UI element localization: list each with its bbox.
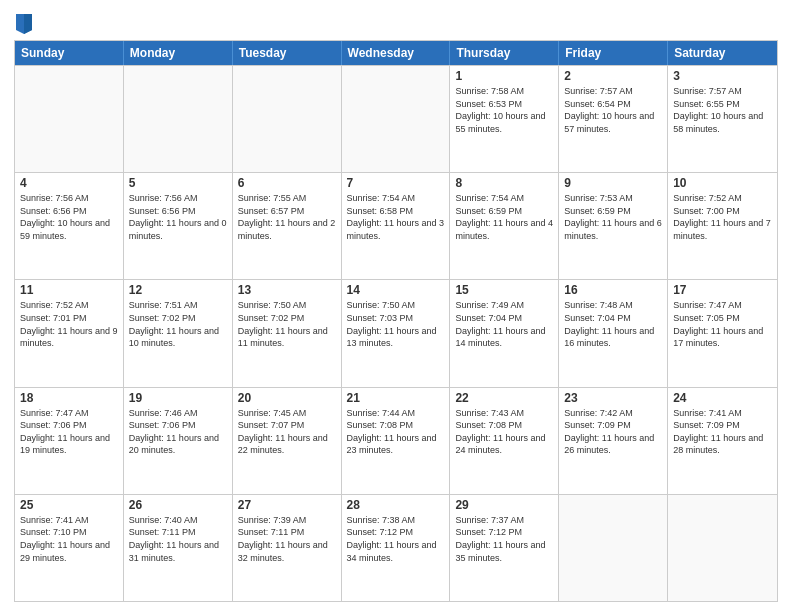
calendar-header-cell: Monday	[124, 41, 233, 65]
calendar-cell: 11Sunrise: 7:52 AM Sunset: 7:01 PM Dayli…	[15, 280, 124, 386]
calendar-cell: 13Sunrise: 7:50 AM Sunset: 7:02 PM Dayli…	[233, 280, 342, 386]
day-number: 9	[564, 176, 662, 190]
calendar-cell: 20Sunrise: 7:45 AM Sunset: 7:07 PM Dayli…	[233, 388, 342, 494]
day-info: Sunrise: 7:41 AM Sunset: 7:10 PM Dayligh…	[20, 514, 118, 564]
calendar-header-cell: Sunday	[15, 41, 124, 65]
day-number: 29	[455, 498, 553, 512]
page: SundayMondayTuesdayWednesdayThursdayFrid…	[0, 0, 792, 612]
day-number: 8	[455, 176, 553, 190]
day-number: 19	[129, 391, 227, 405]
calendar-cell: 3Sunrise: 7:57 AM Sunset: 6:55 PM Daylig…	[668, 66, 777, 172]
calendar-cell: 2Sunrise: 7:57 AM Sunset: 6:54 PM Daylig…	[559, 66, 668, 172]
day-number: 23	[564, 391, 662, 405]
day-info: Sunrise: 7:53 AM Sunset: 6:59 PM Dayligh…	[564, 192, 662, 242]
calendar-cell: 9Sunrise: 7:53 AM Sunset: 6:59 PM Daylig…	[559, 173, 668, 279]
day-number: 28	[347, 498, 445, 512]
calendar-row: 25Sunrise: 7:41 AM Sunset: 7:10 PM Dayli…	[15, 494, 777, 601]
day-number: 14	[347, 283, 445, 297]
calendar-cell	[124, 66, 233, 172]
calendar-row: 18Sunrise: 7:47 AM Sunset: 7:06 PM Dayli…	[15, 387, 777, 494]
calendar-cell: 23Sunrise: 7:42 AM Sunset: 7:09 PM Dayli…	[559, 388, 668, 494]
calendar-cell: 5Sunrise: 7:56 AM Sunset: 6:56 PM Daylig…	[124, 173, 233, 279]
calendar-cell: 6Sunrise: 7:55 AM Sunset: 6:57 PM Daylig…	[233, 173, 342, 279]
day-info: Sunrise: 7:56 AM Sunset: 6:56 PM Dayligh…	[20, 192, 118, 242]
calendar-cell	[668, 495, 777, 601]
day-number: 15	[455, 283, 553, 297]
day-info: Sunrise: 7:54 AM Sunset: 6:59 PM Dayligh…	[455, 192, 553, 242]
calendar-cell	[559, 495, 668, 601]
day-info: Sunrise: 7:47 AM Sunset: 7:06 PM Dayligh…	[20, 407, 118, 457]
day-number: 17	[673, 283, 772, 297]
day-number: 12	[129, 283, 227, 297]
calendar-cell: 17Sunrise: 7:47 AM Sunset: 7:05 PM Dayli…	[668, 280, 777, 386]
calendar-header-row: SundayMondayTuesdayWednesdayThursdayFrid…	[15, 41, 777, 65]
calendar-header-cell: Thursday	[450, 41, 559, 65]
calendar-cell: 16Sunrise: 7:48 AM Sunset: 7:04 PM Dayli…	[559, 280, 668, 386]
day-info: Sunrise: 7:57 AM Sunset: 6:55 PM Dayligh…	[673, 85, 772, 135]
calendar-cell	[15, 66, 124, 172]
day-number: 24	[673, 391, 772, 405]
day-number: 4	[20, 176, 118, 190]
calendar-cell: 19Sunrise: 7:46 AM Sunset: 7:06 PM Dayli…	[124, 388, 233, 494]
calendar-body: 1Sunrise: 7:58 AM Sunset: 6:53 PM Daylig…	[15, 65, 777, 601]
calendar-header-cell: Saturday	[668, 41, 777, 65]
day-info: Sunrise: 7:46 AM Sunset: 7:06 PM Dayligh…	[129, 407, 227, 457]
day-number: 5	[129, 176, 227, 190]
day-info: Sunrise: 7:52 AM Sunset: 7:00 PM Dayligh…	[673, 192, 772, 242]
day-number: 21	[347, 391, 445, 405]
day-info: Sunrise: 7:43 AM Sunset: 7:08 PM Dayligh…	[455, 407, 553, 457]
day-number: 3	[673, 69, 772, 83]
calendar-cell: 1Sunrise: 7:58 AM Sunset: 6:53 PM Daylig…	[450, 66, 559, 172]
day-number: 10	[673, 176, 772, 190]
calendar-cell: 4Sunrise: 7:56 AM Sunset: 6:56 PM Daylig…	[15, 173, 124, 279]
day-info: Sunrise: 7:42 AM Sunset: 7:09 PM Dayligh…	[564, 407, 662, 457]
day-number: 25	[20, 498, 118, 512]
calendar-cell: 15Sunrise: 7:49 AM Sunset: 7:04 PM Dayli…	[450, 280, 559, 386]
calendar-cell: 7Sunrise: 7:54 AM Sunset: 6:58 PM Daylig…	[342, 173, 451, 279]
day-number: 20	[238, 391, 336, 405]
day-info: Sunrise: 7:51 AM Sunset: 7:02 PM Dayligh…	[129, 299, 227, 349]
calendar-header-cell: Friday	[559, 41, 668, 65]
calendar-row: 11Sunrise: 7:52 AM Sunset: 7:01 PM Dayli…	[15, 279, 777, 386]
logo-icon	[14, 10, 34, 34]
day-info: Sunrise: 7:39 AM Sunset: 7:11 PM Dayligh…	[238, 514, 336, 564]
day-number: 27	[238, 498, 336, 512]
calendar-cell	[233, 66, 342, 172]
day-info: Sunrise: 7:50 AM Sunset: 7:02 PM Dayligh…	[238, 299, 336, 349]
calendar-cell: 24Sunrise: 7:41 AM Sunset: 7:09 PM Dayli…	[668, 388, 777, 494]
day-info: Sunrise: 7:49 AM Sunset: 7:04 PM Dayligh…	[455, 299, 553, 349]
calendar-cell: 10Sunrise: 7:52 AM Sunset: 7:00 PM Dayli…	[668, 173, 777, 279]
day-number: 7	[347, 176, 445, 190]
day-info: Sunrise: 7:52 AM Sunset: 7:01 PM Dayligh…	[20, 299, 118, 349]
calendar-row: 4Sunrise: 7:56 AM Sunset: 6:56 PM Daylig…	[15, 172, 777, 279]
calendar-cell: 14Sunrise: 7:50 AM Sunset: 7:03 PM Dayli…	[342, 280, 451, 386]
calendar-cell	[342, 66, 451, 172]
calendar-cell: 28Sunrise: 7:38 AM Sunset: 7:12 PM Dayli…	[342, 495, 451, 601]
day-number: 2	[564, 69, 662, 83]
day-number: 13	[238, 283, 336, 297]
day-info: Sunrise: 7:50 AM Sunset: 7:03 PM Dayligh…	[347, 299, 445, 349]
day-number: 11	[20, 283, 118, 297]
calendar-cell: 21Sunrise: 7:44 AM Sunset: 7:08 PM Dayli…	[342, 388, 451, 494]
day-info: Sunrise: 7:58 AM Sunset: 6:53 PM Dayligh…	[455, 85, 553, 135]
day-number: 1	[455, 69, 553, 83]
day-info: Sunrise: 7:57 AM Sunset: 6:54 PM Dayligh…	[564, 85, 662, 135]
day-info: Sunrise: 7:40 AM Sunset: 7:11 PM Dayligh…	[129, 514, 227, 564]
header	[14, 10, 778, 34]
calendar-cell: 18Sunrise: 7:47 AM Sunset: 7:06 PM Dayli…	[15, 388, 124, 494]
day-number: 6	[238, 176, 336, 190]
calendar-cell: 25Sunrise: 7:41 AM Sunset: 7:10 PM Dayli…	[15, 495, 124, 601]
calendar: SundayMondayTuesdayWednesdayThursdayFrid…	[14, 40, 778, 602]
day-info: Sunrise: 7:45 AM Sunset: 7:07 PM Dayligh…	[238, 407, 336, 457]
day-info: Sunrise: 7:47 AM Sunset: 7:05 PM Dayligh…	[673, 299, 772, 349]
calendar-header-cell: Wednesday	[342, 41, 451, 65]
day-info: Sunrise: 7:44 AM Sunset: 7:08 PM Dayligh…	[347, 407, 445, 457]
day-info: Sunrise: 7:48 AM Sunset: 7:04 PM Dayligh…	[564, 299, 662, 349]
day-number: 26	[129, 498, 227, 512]
day-info: Sunrise: 7:37 AM Sunset: 7:12 PM Dayligh…	[455, 514, 553, 564]
calendar-cell: 27Sunrise: 7:39 AM Sunset: 7:11 PM Dayli…	[233, 495, 342, 601]
day-number: 22	[455, 391, 553, 405]
calendar-cell: 12Sunrise: 7:51 AM Sunset: 7:02 PM Dayli…	[124, 280, 233, 386]
day-number: 16	[564, 283, 662, 297]
calendar-header-cell: Tuesday	[233, 41, 342, 65]
